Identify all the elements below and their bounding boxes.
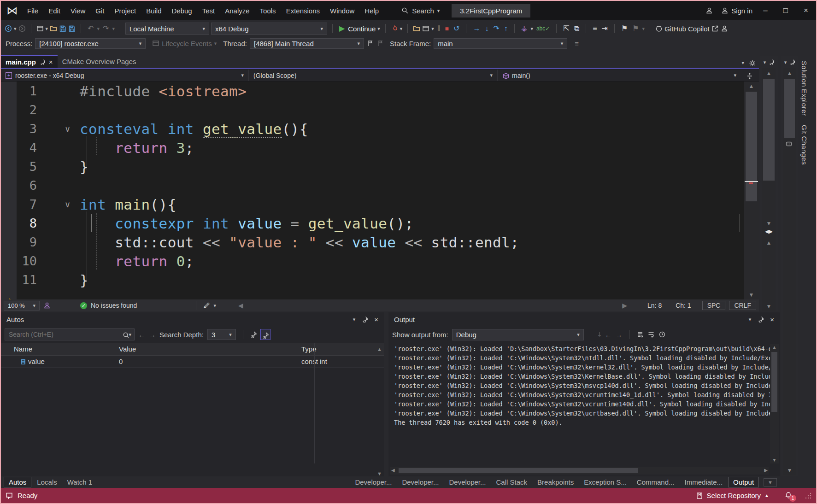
panel-tab-locals[interactable]: Locals <box>32 477 61 487</box>
jump-icon[interactable]: ⤓ <box>598 330 601 339</box>
scrollbar-thumb[interactable] <box>746 92 757 201</box>
back-dropdown[interactable]: ▾ <box>14 26 17 32</box>
scrollbar-thumb[interactable] <box>399 468 638 473</box>
step-into-icon[interactable]: ↓ <box>483 24 490 33</box>
tab-list-dropdown-icon[interactable]: ▾ <box>741 60 744 66</box>
navigate-back-icon[interactable] <box>5 25 12 32</box>
menu-analyze[interactable]: Analyze <box>220 5 254 17</box>
scroll-down-icon[interactable]: ▼ <box>783 467 796 474</box>
column-indicator[interactable]: Ch: 1 <box>676 302 691 309</box>
solution-config-combo[interactable]: x64 Debug▾ <box>211 23 327 35</box>
pin-icon[interactable] <box>789 59 795 65</box>
scroll-up-icon[interactable]: ▲ <box>744 83 759 89</box>
open-folder-icon[interactable] <box>50 25 57 32</box>
health-status[interactable]: No issues found <box>91 302 137 309</box>
scroll-down-icon[interactable]: ▼ <box>762 303 776 310</box>
panel-tab-developer-[interactable]: Developer... <box>444 477 490 487</box>
clear-all-icon[interactable] <box>636 331 644 338</box>
code-line-3[interactable]: 3∨consteval int get_value(){ <box>1 119 759 138</box>
code-line-1[interactable]: 1#include <iostream> <box>1 82 759 100</box>
copilot-robot-icon[interactable] <box>785 140 793 147</box>
continue-button[interactable]: Continue <box>348 25 376 33</box>
panel-tab-developer-[interactable]: Developer... <box>397 477 443 487</box>
code-editor[interactable]: 1#include <iostream>23∨consteval int get… <box>1 82 759 299</box>
scroll-up-icon[interactable]: ▲ <box>762 240 776 246</box>
stop-debugging-icon[interactable]: ■ <box>444 24 450 33</box>
split-window-icon[interactable] <box>746 72 752 79</box>
variable-value[interactable]: 0 <box>119 357 301 365</box>
menu-tools[interactable]: Tools <box>255 5 281 17</box>
collapsed-scrollbar-strip[interactable]: ▾ ▲ ▼ ◀▶ ▲ ▼ <box>760 56 778 311</box>
panel-tab-developer-[interactable]: Developer... <box>350 477 396 487</box>
line-indicator[interactable]: Ln: 8 <box>647 302 662 309</box>
output-scrollbar[interactable]: ▲ ▼ <box>770 344 779 463</box>
scroll-down-icon[interactable]: ▼ <box>744 292 759 298</box>
chevron-down-icon[interactable]: ▾ <box>764 59 766 65</box>
hscroll-right-icon[interactable]: ▶ <box>622 302 627 309</box>
panel-tab-breakpoints[interactable]: Breakpoints <box>533 477 578 487</box>
code-cleanup-icon[interactable]: 🖉 <box>203 302 210 309</box>
notifications-button[interactable]: 1 <box>785 491 793 500</box>
scroll-up-icon[interactable]: ▲ <box>770 345 779 350</box>
code-line-10[interactable]: 10 return 0; <box>1 252 759 270</box>
format-icon[interactable]: ⇥ <box>600 24 609 33</box>
fold-collapse-icon[interactable]: ∨ <box>43 199 80 210</box>
rail-tab-solution-explorer[interactable]: Solution Explorer <box>799 56 810 120</box>
close-button[interactable]: × <box>796 6 816 15</box>
share-icon[interactable] <box>711 25 719 32</box>
intellisense-icon[interactable] <box>43 302 51 309</box>
splitter-arrows-icon[interactable]: ◀▶ <box>762 229 776 234</box>
zoom-combo[interactable]: 100 %▾ <box>4 301 40 311</box>
scroll-down-icon[interactable]: ▼ <box>762 220 776 227</box>
output-source-combo[interactable]: Debug▾ <box>452 329 584 340</box>
panel-tab-immediate-[interactable]: Immediate... <box>680 477 728 487</box>
tab-cmake-overview[interactable]: CMake Overview Pages <box>58 55 141 68</box>
account-icon[interactable] <box>721 25 728 32</box>
diagnostics-dropdown[interactable]: ▾ <box>530 26 533 32</box>
autos-search-box[interactable]: ▾ <box>5 328 135 340</box>
line-ending-indicator[interactable]: CRLF <box>729 301 756 310</box>
code-line-2[interactable]: 2 <box>1 100 759 119</box>
continue-play-icon[interactable]: ▶ <box>338 24 346 33</box>
redo-icon[interactable]: ↷ <box>101 24 110 33</box>
minimize-button[interactable]: – <box>755 6 776 15</box>
panel-tab-command-[interactable]: Command... <box>632 477 679 487</box>
resize-grip[interactable] <box>805 492 811 499</box>
stack-frame-combo[interactable]: main▾ <box>434 38 567 49</box>
collapsed-scrollbar-strip[interactable]: ▾ ▲ ▼ <box>781 56 798 476</box>
pin-icon[interactable] <box>758 316 764 322</box>
menu-view[interactable]: View <box>65 5 90 17</box>
panel-tab-autos[interactable]: Autos <box>4 477 31 487</box>
undo-icon[interactable]: ↶ <box>86 24 95 33</box>
scope-dropdown[interactable]: (Global Scope) ▾ <box>249 70 498 81</box>
chevron-down-icon[interactable]: ▾ <box>784 59 787 65</box>
new-project-icon[interactable] <box>36 25 44 32</box>
window-layout-icon[interactable] <box>422 25 429 32</box>
feedback-icon[interactable] <box>705 7 713 14</box>
spaces-indicator[interactable]: SPC <box>702 301 726 310</box>
menu-git[interactable]: Git <box>90 5 109 17</box>
tab-main-cpp[interactable]: main.cpp × <box>1 55 58 68</box>
debug-target-combo[interactable]: Local Machine▾ <box>125 23 209 35</box>
maximize-button[interactable]: □ <box>776 6 796 15</box>
member-dropdown[interactable]: main() ▾ <box>498 70 759 81</box>
code-line-8[interactable]: 8 constexpr int value = get_value(); <box>1 214 759 233</box>
pin-icon[interactable] <box>40 59 45 65</box>
autos-grid-header[interactable]: Name Value Type ▲ <box>1 343 384 356</box>
thread-combo[interactable]: [4868] Main Thread▾ <box>250 38 364 49</box>
show-next-statement-icon[interactable]: → <box>471 24 482 33</box>
pin-values-icon[interactable] <box>250 331 257 338</box>
menu-help[interactable]: Help <box>359 5 384 17</box>
code-line-6[interactable]: 6 <box>1 176 759 195</box>
save-icon[interactable] <box>59 25 66 32</box>
code-line-7[interactable]: 7∨int main(){ <box>1 195 759 214</box>
scroll-down-icon[interactable]: ▼ <box>770 457 779 463</box>
output-hscrollbar[interactable]: ◀ ▶ <box>390 467 769 475</box>
github-copilot-button[interactable]: GitHub Copilot <box>664 25 710 33</box>
toolbar-overflow-icon[interactable]: ≡ <box>575 40 579 47</box>
search-back-icon[interactable]: ← <box>138 331 145 339</box>
window-position-icon[interactable]: ▾ <box>749 316 752 322</box>
process-combo[interactable]: [24100] rooster.exe▾ <box>35 38 146 49</box>
code-line-5[interactable]: 5} <box>1 157 759 176</box>
pin-icon[interactable] <box>769 59 774 65</box>
